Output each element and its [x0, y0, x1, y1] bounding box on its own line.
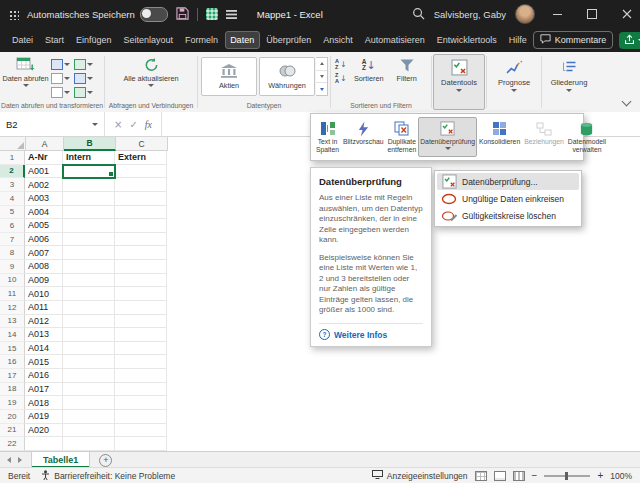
flyout-item-duplikate-entfernen[interactable]: Duplikate entfernen	[385, 117, 418, 157]
cell-A11[interactable]: A010	[25, 287, 63, 301]
cell-A20[interactable]: A019	[25, 410, 63, 424]
cell-A12[interactable]: A011	[25, 301, 63, 315]
flyout-item-text-in-spalten[interactable]: Text in Spalten	[314, 117, 341, 157]
cancel-formula-icon[interactable]: ×	[114, 119, 122, 130]
cell-A7[interactable]: A006	[25, 233, 63, 247]
cell-C17[interactable]	[115, 369, 167, 383]
cell-C3[interactable]	[115, 178, 167, 192]
menu-item-ungültige-daten-einkreisen[interactable]: Ungültige Daten einkreisen	[437, 190, 579, 207]
cell-B2[interactable]	[63, 165, 115, 179]
row-header-16[interactable]: 16	[0, 355, 25, 369]
zoom-in-button[interactable]: +	[597, 471, 603, 481]
row-header-3[interactable]: 3	[0, 178, 25, 192]
zoom-slider[interactable]	[544, 475, 590, 477]
cell-C7[interactable]	[115, 233, 167, 247]
cell-C12[interactable]	[115, 301, 167, 315]
from-table-source-button[interactable]	[49, 72, 71, 85]
cell-C4[interactable]	[115, 192, 167, 206]
currencies-button[interactable]: Währungen	[259, 57, 315, 96]
cell-B8[interactable]	[63, 246, 115, 260]
row-header-19[interactable]: 19	[0, 396, 25, 410]
refresh-all-button[interactable]: Alle aktualisieren	[121, 55, 181, 87]
insert-function-icon[interactable]: fx	[145, 119, 152, 130]
row-header-14[interactable]: 14	[0, 328, 25, 342]
cell-C16[interactable]	[115, 355, 167, 369]
normal-view-button[interactable]	[475, 471, 487, 481]
cell-C2[interactable]	[115, 165, 167, 179]
cell-C9[interactable]	[115, 260, 167, 274]
cell-B5[interactable]	[63, 206, 115, 220]
cell-C5[interactable]	[115, 206, 167, 220]
row-header-18[interactable]: 18	[0, 383, 25, 397]
cell-B14[interactable]	[63, 328, 115, 342]
cell-A19[interactable]: A018	[25, 396, 63, 410]
cell-A6[interactable]: A005	[25, 219, 63, 233]
cell-B4[interactable]	[63, 192, 115, 206]
row-header-4[interactable]: 4	[0, 192, 25, 206]
menu-item-gültigkeitskreise-löschen[interactable]: Gültigkeitskreise löschen	[437, 207, 579, 224]
forecast-group-button[interactable]: Prognose	[488, 54, 540, 110]
cell-A1[interactable]: A-Nr	[25, 151, 63, 165]
learn-more-link[interactable]: Weitere Infos	[334, 330, 387, 340]
cell-A5[interactable]: A004	[25, 206, 63, 220]
close-button[interactable]	[614, 0, 640, 28]
cell-C8[interactable]	[115, 246, 167, 260]
cell-B22[interactable]	[63, 437, 115, 451]
maximize-button[interactable]	[579, 0, 605, 28]
tab-überprüfen[interactable]: Überprüfen	[261, 31, 317, 49]
autosave-toggle[interactable]	[140, 7, 168, 22]
sort-za-button[interactable]: ZA↓	[335, 73, 347, 84]
from-web-source-button[interactable]	[72, 58, 94, 71]
tab-daten[interactable]: Daten	[225, 31, 260, 49]
cell-C20[interactable]	[115, 410, 167, 424]
select-all-corner[interactable]	[0, 137, 26, 151]
cell-B13[interactable]	[63, 315, 115, 329]
column-header-b[interactable]: B	[64, 137, 116, 151]
row-header-21[interactable]: 21	[0, 424, 25, 438]
save-icon[interactable]	[176, 7, 189, 22]
quick-access-menu-icon[interactable]	[226, 10, 237, 19]
cell-B10[interactable]	[63, 274, 115, 288]
cell-B16[interactable]	[63, 355, 115, 369]
flyout-item-blitzvorschau[interactable]: Blitzvorschau	[341, 117, 385, 157]
name-box[interactable]: B2	[0, 112, 105, 136]
sheet-nav-left-icon[interactable]	[7, 457, 11, 463]
share-button[interactable]	[619, 32, 640, 49]
tab-start[interactable]: Start	[40, 31, 70, 49]
existing-connections-button[interactable]	[49, 86, 71, 99]
search-icon[interactable]	[412, 7, 425, 22]
cell-A16[interactable]: A015	[25, 355, 63, 369]
enter-formula-icon[interactable]: ✓	[129, 119, 137, 130]
avatar[interactable]	[515, 4, 535, 24]
flyout-item-datenüberprüfung[interactable]: Datenüberprüfung	[418, 117, 477, 157]
cell-B1[interactable]: Intern	[63, 151, 115, 165]
flyout-item-konsolidieren[interactable]: Konsolidieren	[477, 117, 522, 157]
tab-datei[interactable]: Datei	[7, 31, 39, 49]
tab-hilfe[interactable]: Hilfe	[503, 31, 532, 49]
cell-A3[interactable]: A002	[25, 178, 63, 192]
cell-B18[interactable]	[63, 383, 115, 397]
cell-A2[interactable]: A001	[25, 165, 63, 179]
zoom-slider-thumb[interactable]	[565, 472, 568, 480]
cell-B15[interactable]	[63, 342, 115, 356]
cell-A15[interactable]: A014	[25, 342, 63, 356]
cell-B7[interactable]	[63, 233, 115, 247]
cell-B19[interactable]	[63, 396, 115, 410]
cell-A4[interactable]: A003	[25, 192, 63, 206]
comments-button[interactable]: Kommentare	[533, 31, 614, 49]
row-header-2[interactable]: 2	[0, 165, 25, 179]
data-source-button[interactable]	[72, 86, 94, 99]
get-data-button[interactable]: Daten abrufen	[2, 55, 49, 87]
tab-formeln[interactable]: Formeln	[180, 31, 224, 49]
page-break-view-button[interactable]	[513, 471, 525, 481]
menu-item-datenüberprüfung[interactable]: Datenüberprüfung...	[437, 173, 579, 190]
row-header-8[interactable]: 8	[0, 246, 25, 260]
datatools-group-button[interactable]: Datentools	[433, 54, 485, 110]
cell-A13[interactable]: A012	[25, 315, 63, 329]
cell-C22[interactable]	[115, 437, 167, 451]
cell-B6[interactable]	[63, 219, 115, 233]
cell-B17[interactable]	[63, 369, 115, 383]
column-header-c[interactable]: C	[116, 137, 168, 151]
column-header-a[interactable]: A	[26, 137, 64, 151]
row-header-17[interactable]: 17	[0, 369, 25, 383]
